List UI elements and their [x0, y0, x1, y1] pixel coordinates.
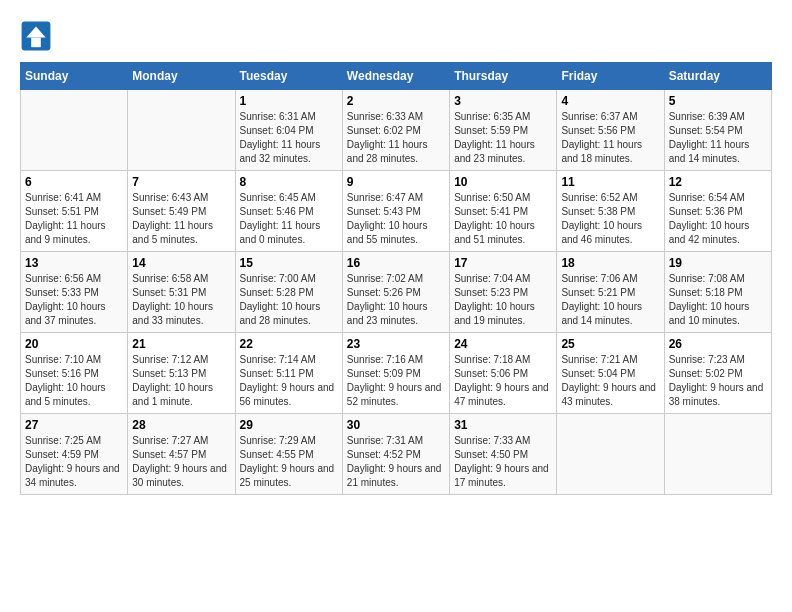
day-info: Sunrise: 7:12 AM Sunset: 5:13 PM Dayligh…: [132, 353, 230, 409]
calendar-header: SundayMondayTuesdayWednesdayThursdayFrid…: [21, 63, 772, 90]
calendar-body: 1Sunrise: 6:31 AM Sunset: 6:04 PM Daylig…: [21, 90, 772, 495]
day-info: Sunrise: 6:31 AM Sunset: 6:04 PM Dayligh…: [240, 110, 338, 166]
calendar-cell: 28Sunrise: 7:27 AM Sunset: 4:57 PM Dayli…: [128, 414, 235, 495]
calendar-cell: 13Sunrise: 6:56 AM Sunset: 5:33 PM Dayli…: [21, 252, 128, 333]
day-info: Sunrise: 6:37 AM Sunset: 5:56 PM Dayligh…: [561, 110, 659, 166]
calendar-cell: 11Sunrise: 6:52 AM Sunset: 5:38 PM Dayli…: [557, 171, 664, 252]
day-number: 11: [561, 175, 659, 189]
day-number: 24: [454, 337, 552, 351]
weekday-thursday: Thursday: [450, 63, 557, 90]
calendar-cell: 27Sunrise: 7:25 AM Sunset: 4:59 PM Dayli…: [21, 414, 128, 495]
logo: [20, 20, 56, 52]
week-row-4: 20Sunrise: 7:10 AM Sunset: 5:16 PM Dayli…: [21, 333, 772, 414]
day-number: 7: [132, 175, 230, 189]
logo-icon: [20, 20, 52, 52]
calendar-cell: 18Sunrise: 7:06 AM Sunset: 5:21 PM Dayli…: [557, 252, 664, 333]
page-header: [20, 20, 772, 52]
week-row-1: 1Sunrise: 6:31 AM Sunset: 6:04 PM Daylig…: [21, 90, 772, 171]
calendar-cell: 25Sunrise: 7:21 AM Sunset: 5:04 PM Dayli…: [557, 333, 664, 414]
day-info: Sunrise: 7:21 AM Sunset: 5:04 PM Dayligh…: [561, 353, 659, 409]
weekday-monday: Monday: [128, 63, 235, 90]
day-number: 25: [561, 337, 659, 351]
weekday-sunday: Sunday: [21, 63, 128, 90]
calendar-cell: 14Sunrise: 6:58 AM Sunset: 5:31 PM Dayli…: [128, 252, 235, 333]
weekday-wednesday: Wednesday: [342, 63, 449, 90]
day-number: 27: [25, 418, 123, 432]
day-info: Sunrise: 6:52 AM Sunset: 5:38 PM Dayligh…: [561, 191, 659, 247]
day-info: Sunrise: 7:29 AM Sunset: 4:55 PM Dayligh…: [240, 434, 338, 490]
calendar-cell: 31Sunrise: 7:33 AM Sunset: 4:50 PM Dayli…: [450, 414, 557, 495]
calendar-cell: 22Sunrise: 7:14 AM Sunset: 5:11 PM Dayli…: [235, 333, 342, 414]
day-info: Sunrise: 6:35 AM Sunset: 5:59 PM Dayligh…: [454, 110, 552, 166]
day-number: 17: [454, 256, 552, 270]
day-number: 16: [347, 256, 445, 270]
day-info: Sunrise: 7:25 AM Sunset: 4:59 PM Dayligh…: [25, 434, 123, 490]
day-info: Sunrise: 6:33 AM Sunset: 6:02 PM Dayligh…: [347, 110, 445, 166]
week-row-5: 27Sunrise: 7:25 AM Sunset: 4:59 PM Dayli…: [21, 414, 772, 495]
day-info: Sunrise: 7:18 AM Sunset: 5:06 PM Dayligh…: [454, 353, 552, 409]
day-number: 6: [25, 175, 123, 189]
day-info: Sunrise: 7:14 AM Sunset: 5:11 PM Dayligh…: [240, 353, 338, 409]
calendar-cell: 17Sunrise: 7:04 AM Sunset: 5:23 PM Dayli…: [450, 252, 557, 333]
svg-rect-2: [31, 38, 41, 48]
day-number: 21: [132, 337, 230, 351]
day-info: Sunrise: 6:45 AM Sunset: 5:46 PM Dayligh…: [240, 191, 338, 247]
day-number: 19: [669, 256, 767, 270]
day-number: 3: [454, 94, 552, 108]
day-info: Sunrise: 6:39 AM Sunset: 5:54 PM Dayligh…: [669, 110, 767, 166]
calendar-cell: 23Sunrise: 7:16 AM Sunset: 5:09 PM Dayli…: [342, 333, 449, 414]
calendar-cell: 3Sunrise: 6:35 AM Sunset: 5:59 PM Daylig…: [450, 90, 557, 171]
day-info: Sunrise: 7:27 AM Sunset: 4:57 PM Dayligh…: [132, 434, 230, 490]
weekday-friday: Friday: [557, 63, 664, 90]
day-info: Sunrise: 7:02 AM Sunset: 5:26 PM Dayligh…: [347, 272, 445, 328]
calendar-table: SundayMondayTuesdayWednesdayThursdayFrid…: [20, 62, 772, 495]
day-number: 23: [347, 337, 445, 351]
day-number: 30: [347, 418, 445, 432]
day-info: Sunrise: 7:33 AM Sunset: 4:50 PM Dayligh…: [454, 434, 552, 490]
calendar-cell: 4Sunrise: 6:37 AM Sunset: 5:56 PM Daylig…: [557, 90, 664, 171]
day-number: 31: [454, 418, 552, 432]
calendar-cell: [128, 90, 235, 171]
calendar-cell: 12Sunrise: 6:54 AM Sunset: 5:36 PM Dayli…: [664, 171, 771, 252]
day-number: 1: [240, 94, 338, 108]
calendar-cell: 6Sunrise: 6:41 AM Sunset: 5:51 PM Daylig…: [21, 171, 128, 252]
calendar-cell: 9Sunrise: 6:47 AM Sunset: 5:43 PM Daylig…: [342, 171, 449, 252]
calendar-cell: 10Sunrise: 6:50 AM Sunset: 5:41 PM Dayli…: [450, 171, 557, 252]
day-number: 2: [347, 94, 445, 108]
calendar-cell: [21, 90, 128, 171]
day-number: 13: [25, 256, 123, 270]
day-info: Sunrise: 7:31 AM Sunset: 4:52 PM Dayligh…: [347, 434, 445, 490]
day-info: Sunrise: 6:43 AM Sunset: 5:49 PM Dayligh…: [132, 191, 230, 247]
calendar-cell: [664, 414, 771, 495]
calendar-cell: [557, 414, 664, 495]
day-info: Sunrise: 6:41 AM Sunset: 5:51 PM Dayligh…: [25, 191, 123, 247]
day-info: Sunrise: 6:54 AM Sunset: 5:36 PM Dayligh…: [669, 191, 767, 247]
day-info: Sunrise: 6:50 AM Sunset: 5:41 PM Dayligh…: [454, 191, 552, 247]
day-info: Sunrise: 6:58 AM Sunset: 5:31 PM Dayligh…: [132, 272, 230, 328]
day-info: Sunrise: 7:08 AM Sunset: 5:18 PM Dayligh…: [669, 272, 767, 328]
weekday-saturday: Saturday: [664, 63, 771, 90]
day-number: 12: [669, 175, 767, 189]
week-row-3: 13Sunrise: 6:56 AM Sunset: 5:33 PM Dayli…: [21, 252, 772, 333]
calendar-cell: 20Sunrise: 7:10 AM Sunset: 5:16 PM Dayli…: [21, 333, 128, 414]
day-number: 9: [347, 175, 445, 189]
day-number: 5: [669, 94, 767, 108]
calendar-cell: 26Sunrise: 7:23 AM Sunset: 5:02 PM Dayli…: [664, 333, 771, 414]
day-number: 29: [240, 418, 338, 432]
day-number: 28: [132, 418, 230, 432]
weekday-row: SundayMondayTuesdayWednesdayThursdayFrid…: [21, 63, 772, 90]
calendar-cell: 2Sunrise: 6:33 AM Sunset: 6:02 PM Daylig…: [342, 90, 449, 171]
calendar-cell: 16Sunrise: 7:02 AM Sunset: 5:26 PM Dayli…: [342, 252, 449, 333]
day-info: Sunrise: 7:00 AM Sunset: 5:28 PM Dayligh…: [240, 272, 338, 328]
day-number: 22: [240, 337, 338, 351]
calendar-cell: 1Sunrise: 6:31 AM Sunset: 6:04 PM Daylig…: [235, 90, 342, 171]
weekday-tuesday: Tuesday: [235, 63, 342, 90]
calendar-cell: 24Sunrise: 7:18 AM Sunset: 5:06 PM Dayli…: [450, 333, 557, 414]
day-info: Sunrise: 7:23 AM Sunset: 5:02 PM Dayligh…: [669, 353, 767, 409]
calendar-cell: 30Sunrise: 7:31 AM Sunset: 4:52 PM Dayli…: [342, 414, 449, 495]
day-info: Sunrise: 7:04 AM Sunset: 5:23 PM Dayligh…: [454, 272, 552, 328]
day-info: Sunrise: 6:47 AM Sunset: 5:43 PM Dayligh…: [347, 191, 445, 247]
calendar-cell: 7Sunrise: 6:43 AM Sunset: 5:49 PM Daylig…: [128, 171, 235, 252]
day-number: 14: [132, 256, 230, 270]
day-number: 26: [669, 337, 767, 351]
